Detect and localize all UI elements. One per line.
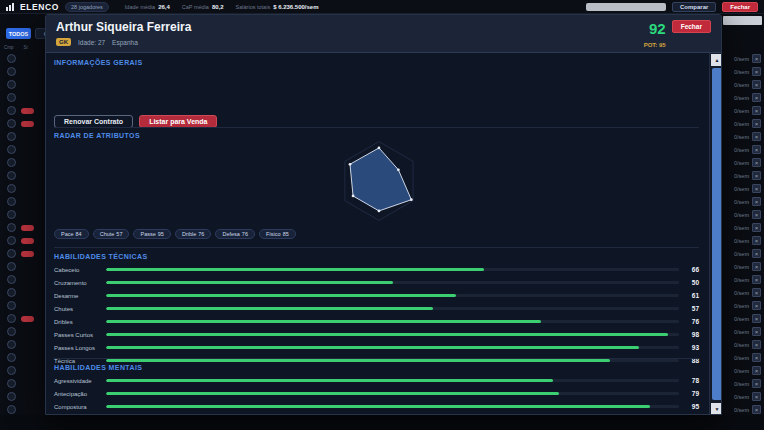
skill-bar: [106, 333, 679, 336]
row-remove-button[interactable]: ×: [752, 158, 761, 167]
row-remove-button[interactable]: ×: [752, 405, 761, 414]
row-remove-button[interactable]: ×: [752, 301, 761, 310]
row-remove-button[interactable]: ×: [752, 54, 761, 63]
row-remove-button[interactable]: ×: [752, 314, 761, 323]
player-row[interactable]: [0, 312, 45, 325]
stat-label: Salários totais: [236, 4, 271, 10]
row-remove-button[interactable]: ×: [752, 223, 761, 232]
player-row[interactable]: [0, 156, 45, 169]
close-modal-button[interactable]: Fechar: [672, 20, 711, 33]
salary-value: 0/sem: [734, 147, 749, 153]
player-row[interactable]: [0, 104, 45, 117]
skill-name: Passes Curtos: [54, 332, 106, 338]
skill-value: 78: [685, 377, 699, 384]
skill-row: Cruzamento 50: [54, 276, 699, 289]
salary-row: 0/sem ×: [722, 117, 764, 130]
overall-rating: 92: [649, 20, 666, 37]
row-remove-button[interactable]: ×: [752, 236, 761, 245]
row-remove-button[interactable]: ×: [752, 366, 761, 375]
player-row[interactable]: [0, 247, 45, 260]
row-remove-button[interactable]: ×: [752, 171, 761, 180]
player-row[interactable]: [0, 91, 45, 104]
row-remove-button[interactable]: ×: [752, 106, 761, 115]
player-avatar: [7, 262, 16, 271]
row-remove-button[interactable]: ×: [752, 249, 761, 258]
scroll-up-icon[interactable]: ▲: [711, 54, 722, 66]
section-technical-skills: HABILIDADES TÉCNICAS Cabeceio 66 Cruzame…: [54, 247, 699, 367]
row-remove-button[interactable]: ×: [752, 327, 761, 336]
skill-bar: [106, 294, 679, 297]
mental-skill-rows: Agressividade 78 Antecipação 79 Compostu…: [54, 374, 699, 415]
player-row[interactable]: [0, 195, 45, 208]
salary-value: 0/sem: [734, 394, 749, 400]
salary-value: 0/sem: [734, 160, 749, 166]
compare-button[interactable]: Comparar: [672, 2, 716, 12]
player-row[interactable]: [0, 221, 45, 234]
search-input[interactable]: [586, 3, 666, 11]
squad-list-right: 0/sem × 0/sem × 0/sem × 0/sem × 0/sem × …: [722, 14, 764, 430]
chip-label: Defesa: [222, 231, 239, 237]
section-general-info: INFORMAÇÕES GERAIS Renovar Contrato List…: [54, 59, 699, 128]
player-row[interactable]: [0, 169, 45, 182]
row-remove-button[interactable]: ×: [752, 392, 761, 401]
row-remove-button[interactable]: ×: [752, 145, 761, 154]
player-row[interactable]: [0, 299, 45, 312]
close-screen-button[interactable]: Fechar: [722, 2, 758, 12]
skill-bar-fill: [106, 333, 668, 336]
skill-bar-fill: [106, 379, 553, 382]
row-remove-button[interactable]: ×: [752, 67, 761, 76]
salary-value: 0/sem: [734, 316, 749, 322]
player-row[interactable]: [0, 286, 45, 299]
row-remove-button[interactable]: ×: [752, 119, 761, 128]
row-remove-button[interactable]: ×: [752, 288, 761, 297]
salary-value: 0/sem: [734, 212, 749, 218]
salary-row: 0/sem ×: [722, 377, 764, 390]
chip-label: Físico: [266, 231, 281, 237]
row-remove-button[interactable]: ×: [752, 184, 761, 193]
scrollbar-thumb[interactable]: [712, 68, 722, 400]
salary-value: 0/sem: [734, 342, 749, 348]
skill-value: 76: [685, 318, 699, 325]
skill-row: Dribles 76: [54, 315, 699, 328]
player-row[interactable]: [0, 143, 45, 156]
player-row[interactable]: [0, 364, 45, 377]
players-count-badge: 28 jogadores: [65, 2, 109, 12]
player-row[interactable]: [0, 65, 45, 78]
row-remove-button[interactable]: ×: [752, 197, 761, 206]
status-badge: [21, 108, 34, 114]
player-row[interactable]: [0, 260, 45, 273]
player-row[interactable]: [0, 234, 45, 247]
scroll-down-icon[interactable]: ▼: [711, 403, 722, 415]
info-item: [377, 71, 687, 84]
stat-value: 80,2: [212, 4, 224, 10]
player-row[interactable]: [0, 130, 45, 143]
player-row[interactable]: [0, 377, 45, 390]
row-remove-button[interactable]: ×: [752, 132, 761, 141]
tab-todos[interactable]: TODOS: [6, 28, 31, 39]
player-row[interactable]: [0, 390, 45, 403]
player-row[interactable]: [0, 351, 45, 364]
row-remove-button[interactable]: ×: [752, 80, 761, 89]
player-row[interactable]: [0, 78, 45, 91]
player-row[interactable]: [0, 325, 45, 338]
player-row[interactable]: [0, 273, 45, 286]
player-avatar: [7, 93, 16, 102]
attribute-chips: Pace 84 Chute 57 Passe 95 Drible 76 Defe…: [54, 229, 699, 239]
skill-value: 61: [685, 292, 699, 299]
table-search-input[interactable]: [723, 16, 762, 25]
player-row[interactable]: [0, 117, 45, 130]
row-remove-button[interactable]: ×: [752, 93, 761, 102]
row-remove-button[interactable]: ×: [752, 210, 761, 219]
row-remove-button[interactable]: ×: [752, 379, 761, 388]
row-remove-button[interactable]: ×: [752, 262, 761, 271]
player-row[interactable]: [0, 338, 45, 351]
row-remove-button[interactable]: ×: [752, 353, 761, 362]
player-avatar: [7, 158, 16, 167]
player-row[interactable]: [0, 52, 45, 65]
row-remove-button[interactable]: ×: [752, 275, 761, 284]
player-row[interactable]: [0, 208, 45, 221]
row-remove-button[interactable]: ×: [752, 340, 761, 349]
player-row[interactable]: [0, 182, 45, 195]
modal-scrollbar[interactable]: ▲ ▼: [709, 53, 722, 415]
player-avatar: [7, 405, 16, 414]
